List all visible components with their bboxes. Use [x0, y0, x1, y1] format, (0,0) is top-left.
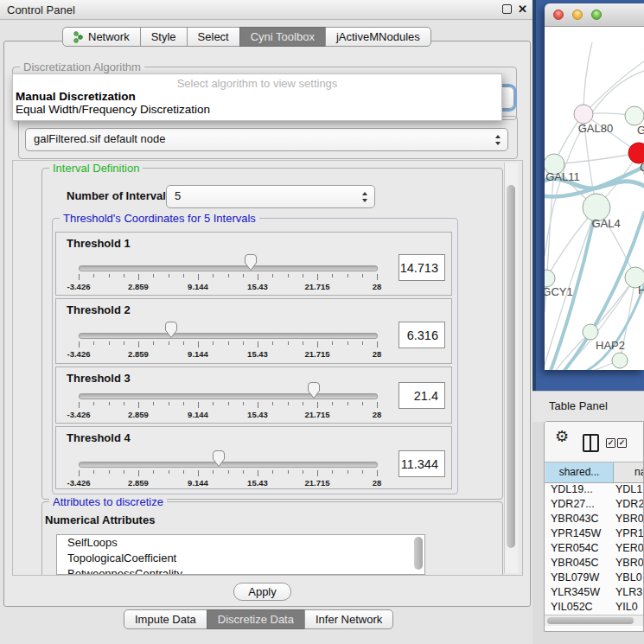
network-node[interactable]	[625, 106, 644, 125]
cell-name: YDL1	[615, 483, 642, 495]
threshold-value-field[interactable]: 6.316	[399, 322, 445, 348]
list-item[interactable]: BetweennessCentrality	[57, 566, 424, 575]
vertical-scrollbar-thumb[interactable]	[507, 185, 515, 548]
slider-thumb[interactable]	[307, 381, 321, 399]
tick-label: 9.144	[188, 478, 208, 488]
threshold-panel: Threshold 1-3.4262.8599.14415.4321.71528…	[55, 232, 452, 296]
table-row[interactable]: YIL052CYIL0	[545, 600, 643, 615]
bottom-tab-bar: Impute DataDiscretize DataInfer Network	[124, 609, 393, 629]
network-node-label: GAL11	[545, 170, 580, 183]
threshold-value-field[interactable]: 11.344	[399, 450, 445, 477]
slider-track[interactable]	[79, 265, 378, 271]
network-node[interactable]	[545, 270, 555, 287]
apply-button[interactable]: Apply	[233, 583, 291, 601]
slider-thumb[interactable]	[164, 321, 178, 339]
discretization-algorithm-label: Discretization Algorithm	[20, 61, 144, 73]
float-window-icon[interactable]	[502, 4, 512, 14]
top-tab-bar: NetworkStyleSelectCyni ToolboxjActiveMNo…	[62, 27, 431, 47]
threshold-value-field[interactable]: 21.4	[399, 382, 445, 409]
tab-select[interactable]: Select	[187, 27, 240, 47]
control-panel-title: Control Panel	[7, 3, 75, 16]
zoom-traffic-light[interactable]	[591, 10, 602, 20]
tick-label: -3.426	[67, 410, 91, 419]
vertical-scrollbar[interactable]	[504, 163, 518, 573]
network-node[interactable]	[612, 353, 628, 368]
number-of-intervals-value: 5	[175, 189, 181, 202]
number-of-intervals-combobox[interactable]: 5	[166, 185, 375, 208]
column-header-shared-name[interactable]: shared...	[545, 462, 614, 482]
tab-label: Style	[151, 29, 176, 44]
table-data-combobox[interactable]: galFiltered.sif default node	[25, 128, 508, 151]
cell-shared-name: YDL19...	[551, 483, 593, 495]
table-row[interactable]: YER054CYER0	[545, 541, 643, 556]
network-node[interactable]	[583, 324, 598, 340]
horizontal-scrollbar-thumb[interactable]	[547, 617, 634, 624]
tab-impute-data[interactable]: Impute Data	[124, 609, 207, 629]
slider-ticks	[79, 470, 377, 477]
close-traffic-light[interactable]	[553, 10, 564, 20]
checkbox-icon[interactable]: ✓	[617, 438, 627, 448]
table-data-value: galFiltered.sif default node	[34, 132, 165, 145]
tick-label: 28	[373, 478, 382, 488]
cell-name: YBR0	[615, 513, 644, 525]
tab-discretize-data[interactable]: Discretize Data	[207, 609, 305, 629]
list-scrollbar-thumb[interactable]	[414, 537, 423, 570]
slider-ticks	[79, 402, 377, 409]
network-node-label: HAP2	[596, 339, 625, 352]
cell-name: YER0	[615, 542, 644, 554]
split-columns-icon[interactable]	[583, 434, 599, 452]
network-node-label: GAL80	[578, 122, 613, 135]
table-row[interactable]: YLR345WYLR3	[545, 585, 643, 600]
table-row[interactable]: YBR043CYBR0	[545, 512, 643, 526]
tab-label: Impute Data	[135, 612, 196, 627]
numerical-attributes-label: Numerical Attributes	[45, 513, 155, 526]
tab-style[interactable]: Style	[140, 27, 188, 47]
close-icon[interactable]: ✕	[518, 3, 527, 15]
network-node[interactable]	[574, 105, 593, 124]
table-row[interactable]: YDR27...YDR2	[545, 497, 643, 512]
table-toolbar: ⚙ ✓ ✓	[545, 422, 643, 462]
slider-track[interactable]	[79, 333, 378, 339]
minimize-traffic-light[interactable]	[572, 10, 583, 20]
tab-jactivemnodules[interactable]: jActiveMNodules	[325, 27, 431, 47]
table-panel-title: Table Panel	[549, 399, 608, 412]
table-rows: YDL19...YDL1YDR27...YDR2YBR043CYBR0YPR14…	[545, 482, 643, 615]
list-item[interactable]: SelfLoops	[57, 535, 424, 551]
list-item[interactable]: TopologicalCoefficient	[57, 551, 424, 566]
numerical-attributes-list[interactable]: SelfLoopsTopologicalCoefficientBetweenne…	[56, 534, 425, 575]
table-row[interactable]: YBL079WYBL0	[545, 571, 643, 585]
menu-item-manual-discretization[interactable]: Manual Discretization	[16, 90, 136, 103]
tab-label: Network	[88, 29, 130, 44]
tab-network[interactable]: Network	[62, 27, 141, 47]
tab-label: Select	[198, 29, 229, 44]
tab-infer-network[interactable]: Infer Network	[304, 609, 393, 629]
tick-label: 21.715	[304, 478, 329, 488]
checkbox-icon[interactable]: ✓	[606, 438, 615, 448]
tab-cyni-toolbox[interactable]: Cyni Toolbox	[239, 27, 326, 47]
threshold-value-field[interactable]: 14.713	[399, 254, 445, 281]
cell-name: YPR1	[615, 527, 644, 539]
menu-item-equal-width-frequency[interactable]: Equal Width/Frequency Discretization	[16, 103, 210, 116]
threshold-label: Threshold 2	[67, 303, 131, 316]
threshold-panel: Threshold 4-3.4262.8599.14415.4321.71528…	[55, 426, 452, 489]
table-row[interactable]: YDL19...YDL1	[545, 482, 643, 497]
slider-thumb[interactable]	[244, 253, 258, 271]
slider-track[interactable]	[79, 393, 378, 399]
horizontal-scrollbar[interactable]	[545, 615, 643, 626]
slider-track[interactable]	[79, 462, 378, 468]
tick-label: -3.426	[67, 282, 91, 291]
slider-ticks	[79, 341, 377, 348]
control-panel-window: Control Panel ✕ NetworkStyleSelectCyni T…	[0, 0, 532, 644]
table-row[interactable]: YBR045CYBR0	[545, 556, 643, 571]
cyni-toolbox-panel: Discretization Algorithm Select algorith…	[3, 41, 531, 607]
table-row[interactable]: YPR145WYPR1	[545, 526, 643, 541]
table-panel-titlebar: Table Panel	[532, 391, 644, 422]
cell-shared-name: YLR345W	[551, 586, 600, 598]
cell-name: YLR3	[615, 586, 642, 598]
slider-thumb[interactable]	[212, 450, 226, 468]
network-canvas[interactable]: GAL80G.CGAL11GAL4GCY1HHAP2	[545, 27, 644, 370]
tick-label: 9.144	[188, 410, 208, 419]
column-header-name[interactable]: na	[614, 462, 643, 482]
tick-label: 15.43	[247, 282, 268, 291]
gear-icon[interactable]: ⚙	[555, 427, 569, 446]
